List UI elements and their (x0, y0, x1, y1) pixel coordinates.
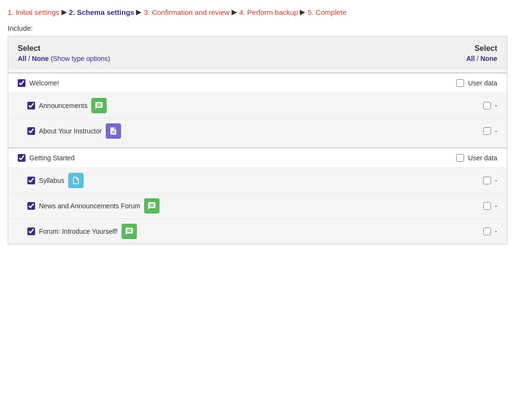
news-announcements-checkbox[interactable] (27, 202, 35, 210)
breadcrumb-label-complete: 5. Complete (307, 8, 346, 16)
announcements-name: Announcements (39, 102, 87, 109)
section-1-userdata-label: User data (468, 79, 497, 87)
section-2-header: Getting Started User data (8, 148, 507, 168)
news-announcements-name: News and Announcements Forum (39, 202, 140, 210)
section-2-sub-syllabus: Syllabus - (8, 168, 507, 193)
select-none-left[interactable]: None (32, 55, 49, 62)
section-2-userdata-checkbox[interactable] (456, 154, 464, 162)
header-row: Select All / None (Show type options) Se… (8, 36, 507, 69)
breadcrumb-arrow-3: ▶ (232, 8, 237, 16)
section-1-header: Welcome! User data (8, 73, 507, 93)
syllabus-icon (68, 173, 84, 188)
syllabus-right: - (430, 177, 497, 184)
breadcrumb: 1. Initial settings ▶ 2. Schema settings… (8, 8, 507, 16)
forum-introduce-dash: - (495, 228, 497, 235)
header-left: Select All / None (Show type options) (18, 44, 110, 62)
forum-introduce-checkbox[interactable] (27, 228, 35, 235)
announcements-right: - (430, 102, 497, 109)
about-instructor-left: About Your Instructor (27, 123, 121, 139)
syllabus-name: Syllabus (39, 177, 64, 184)
header-select-label-right: Select (475, 44, 497, 53)
news-announcements-left: News and Announcements Forum (27, 198, 159, 214)
breadcrumb-label-initial: 1. Initial settings (8, 8, 60, 16)
announcements-right-checkbox[interactable] (483, 102, 491, 109)
about-instructor-dash: - (495, 127, 497, 135)
announcements-dash: - (495, 102, 497, 109)
news-announcements-right-checkbox[interactable] (483, 202, 491, 210)
news-announcements-right: - (430, 202, 497, 210)
syllabus-right-checkbox[interactable] (483, 177, 491, 184)
syllabus-left: Syllabus (27, 173, 84, 188)
about-instructor-checkbox[interactable] (27, 127, 35, 135)
breadcrumb-step-initial[interactable]: 1. Initial settings (8, 8, 60, 16)
header-select-label-left: Select (18, 44, 110, 53)
section-2-name: Getting Started (29, 154, 74, 162)
about-instructor-right-checkbox[interactable] (483, 127, 491, 135)
forum-introduce-right: - (430, 228, 497, 235)
section-2: Getting Started User data Syllabus - (8, 147, 507, 244)
breadcrumb-label-backup: 4. Perform backup (239, 8, 298, 16)
news-announcements-icon (144, 198, 159, 214)
forum-introduce-name: Forum: Introduce Yourself! (39, 228, 118, 235)
syllabus-checkbox[interactable] (27, 177, 35, 184)
section-2-userdata-label: User data (468, 154, 497, 162)
section-1-sub-announcements: Announcements - (8, 93, 507, 118)
forum-introduce-left: Forum: Introduce Yourself! (27, 224, 137, 239)
header-right: Select All / None (466, 44, 497, 62)
breadcrumb-label-confirmation: 3. Confirmation and review (144, 8, 229, 16)
select-all-right[interactable]: All (466, 55, 475, 62)
announcements-icon (91, 98, 107, 113)
separator-left: / (26, 55, 32, 62)
breadcrumb-step-schema[interactable]: 2. Schema settings (69, 8, 135, 16)
announcements-checkbox[interactable] (27, 102, 35, 109)
breadcrumb-step-confirmation[interactable]: 3. Confirmation and review (144, 8, 229, 16)
breadcrumb-arrow-4: ▶ (300, 8, 306, 16)
select-all-left[interactable]: All (18, 55, 26, 62)
about-instructor-icon (106, 123, 121, 139)
forum-introduce-icon (122, 224, 137, 239)
select-none-right[interactable]: None (480, 55, 497, 62)
news-announcements-dash: - (495, 202, 497, 210)
section-2-left: Getting Started (18, 154, 74, 162)
breadcrumb-label-schema: 2. Schema settings (69, 8, 135, 16)
section-1-name: Welcome! (29, 79, 59, 87)
show-type-options[interactable]: (Show type options) (49, 55, 110, 62)
main-container: Select All / None (Show type options) Se… (8, 36, 507, 244)
announcements-left: Announcements (27, 98, 107, 113)
section-2-checkbox[interactable] (18, 154, 25, 162)
include-label: Include: (8, 24, 507, 32)
about-instructor-right: - (430, 127, 497, 135)
section-1-sub-about-instructor: About Your Instructor - (8, 118, 507, 144)
section-1-left: Welcome! (18, 79, 59, 87)
header-select-links-left: All / None (Show type options) (18, 55, 110, 62)
separator-right: / (475, 55, 480, 62)
header-select-links-right: All / None (466, 55, 497, 62)
about-instructor-name: About Your Instructor (39, 127, 102, 135)
section-1-right: User data (430, 79, 497, 87)
section-1: Welcome! User data Announcements - (8, 72, 507, 144)
forum-introduce-right-checkbox[interactable] (483, 228, 491, 235)
breadcrumb-arrow-1: ▶ (61, 8, 67, 16)
section-2-sub-news-announcements: News and Announcements Forum - (8, 193, 507, 218)
syllabus-dash: - (495, 177, 497, 184)
section-2-right: User data (430, 154, 497, 162)
section-2-sub-forum-introduce: Forum: Introduce Yourself! - (8, 218, 507, 244)
breadcrumb-step-complete[interactable]: 5. Complete (307, 8, 346, 16)
breadcrumb-arrow-2: ▶ (136, 8, 142, 16)
section-1-checkbox[interactable] (18, 79, 25, 87)
breadcrumb-step-backup[interactable]: 4. Perform backup (239, 8, 298, 16)
section-1-userdata-checkbox[interactable] (456, 79, 464, 87)
